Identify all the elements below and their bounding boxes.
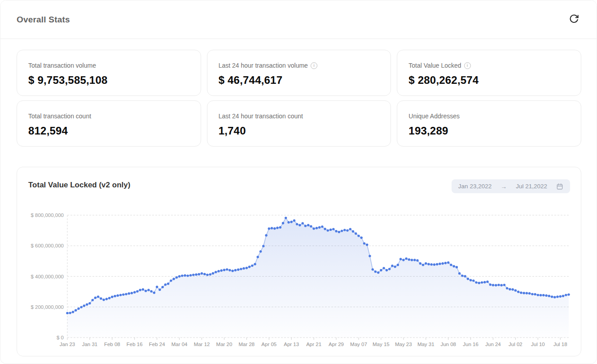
data-point[interactable] [212, 272, 214, 274]
data-point[interactable] [156, 286, 158, 288]
data-point[interactable] [394, 265, 396, 268]
data-point[interactable] [128, 292, 130, 295]
data-point[interactable] [551, 295, 553, 298]
data-point[interactable] [503, 284, 505, 286]
data-point[interactable] [282, 222, 284, 224]
data-point[interactable] [100, 297, 102, 299]
data-point[interactable] [567, 293, 570, 295]
data-point[interactable] [312, 227, 315, 230]
data-point[interactable] [548, 295, 550, 297]
refresh-button[interactable] [568, 13, 580, 26]
data-point[interactable] [450, 264, 452, 266]
data-point[interactable] [528, 292, 531, 295]
data-point[interactable] [467, 277, 469, 280]
data-point[interactable] [262, 245, 264, 247]
data-point[interactable] [206, 273, 208, 276]
data-point[interactable] [136, 290, 138, 292]
data-point[interactable] [369, 255, 371, 257]
data-point[interactable] [131, 292, 133, 294]
info-icon[interactable]: i [464, 62, 471, 69]
data-point[interactable] [405, 257, 407, 260]
data-point[interactable] [215, 271, 217, 273]
data-point[interactable] [117, 295, 119, 297]
data-point[interactable] [402, 259, 404, 261]
data-point[interactable] [223, 269, 225, 271]
data-point[interactable] [324, 228, 326, 230]
data-point[interactable] [164, 283, 167, 286]
data-point[interactable] [170, 279, 172, 282]
data-point[interactable] [122, 293, 124, 295]
data-point[interactable] [442, 262, 444, 264]
data-point[interactable] [105, 298, 108, 300]
data-point[interactable] [447, 261, 449, 264]
data-point[interactable] [352, 230, 354, 233]
data-point[interactable] [534, 293, 536, 295]
data-point[interactable] [69, 312, 71, 314]
date-range-picker[interactable]: Jan 23,2022 → Jul 21,2022 [452, 179, 570, 193]
data-point[interactable] [329, 229, 332, 231]
data-point[interactable] [380, 269, 382, 271]
data-point[interactable] [360, 237, 363, 239]
data-point[interactable] [472, 279, 474, 282]
data-point[interactable] [147, 289, 149, 291]
data-point[interactable] [489, 283, 492, 286]
data-point[interactable] [176, 276, 178, 278]
data-point[interactable] [486, 281, 488, 283]
data-point[interactable] [108, 297, 110, 299]
data-point[interactable] [310, 225, 312, 227]
data-point[interactable] [413, 259, 416, 261]
data-point[interactable] [97, 295, 99, 298]
data-point[interactable] [416, 259, 418, 261]
data-point[interactable] [226, 268, 228, 270]
data-point[interactable] [287, 221, 290, 223]
data-point[interactable] [150, 290, 153, 292]
data-point[interactable] [66, 312, 68, 314]
data-point[interactable] [382, 267, 385, 269]
data-point[interactable] [172, 278, 175, 280]
data-point[interactable] [133, 291, 136, 293]
data-point[interactable] [254, 263, 256, 265]
data-point[interactable] [397, 264, 399, 266]
data-point[interactable] [453, 265, 455, 267]
data-point[interactable] [201, 272, 203, 274]
data-point[interactable] [178, 275, 180, 277]
data-point[interactable] [114, 295, 116, 297]
data-point[interactable] [251, 264, 253, 267]
data-point[interactable] [80, 306, 83, 308]
data-point[interactable] [153, 291, 155, 294]
data-point[interactable] [540, 294, 542, 296]
data-point[interactable] [72, 311, 74, 313]
info-icon[interactable]: i [311, 62, 317, 69]
data-point[interactable] [372, 268, 374, 270]
data-point[interactable] [273, 227, 276, 230]
data-point[interactable] [464, 275, 466, 277]
data-point[interactable] [495, 284, 497, 286]
data-point[interactable] [338, 231, 340, 233]
data-point[interactable] [318, 226, 320, 229]
data-point[interactable] [187, 274, 189, 277]
data-point[interactable] [257, 256, 259, 258]
data-point[interactable] [425, 262, 427, 264]
data-point[interactable] [526, 292, 528, 294]
data-point[interactable] [248, 266, 250, 268]
data-point[interactable] [388, 268, 391, 270]
data-point[interactable] [77, 308, 79, 310]
data-point[interactable] [234, 269, 237, 271]
data-point[interactable] [271, 227, 273, 229]
data-point[interactable] [419, 262, 421, 264]
data-point[interactable] [259, 250, 262, 252]
data-point[interactable] [302, 222, 304, 224]
data-point[interactable] [75, 309, 77, 312]
data-point[interactable] [408, 258, 410, 260]
data-point[interactable] [125, 293, 127, 295]
data-point[interactable] [327, 229, 329, 231]
data-point[interactable] [335, 230, 337, 232]
data-point[interactable] [537, 294, 539, 296]
data-point[interactable] [430, 263, 433, 265]
data-point[interactable] [520, 291, 522, 294]
data-point[interactable] [346, 229, 348, 231]
data-point[interactable] [542, 294, 544, 296]
data-point[interactable] [391, 264, 393, 267]
data-point[interactable] [517, 290, 519, 293]
data-point[interactable] [559, 295, 562, 298]
